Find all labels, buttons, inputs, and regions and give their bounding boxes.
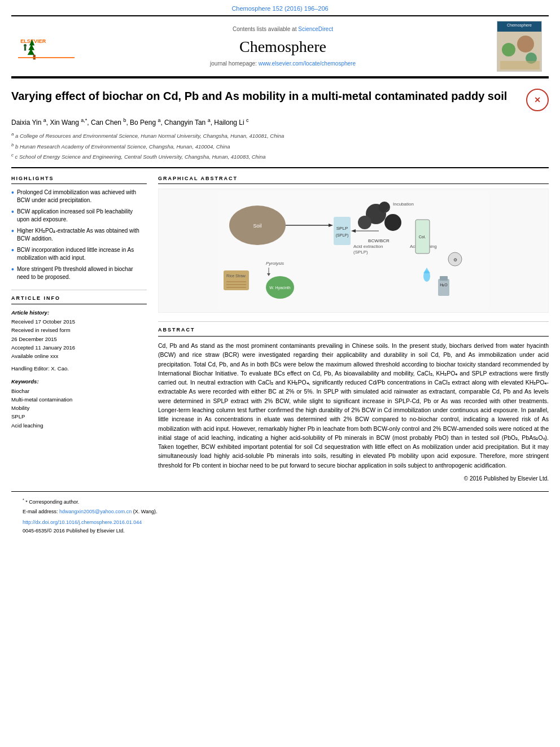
graphical-abstract-image: Soil Incubation Rice Straw [158,189,549,313]
svg-text:SPLP: SPLP [336,226,348,231]
article-title-container: Varying effect of biochar on Cd, Pb and … [11,89,518,103]
svg-text:BCW/BCR: BCW/BCR [368,238,390,243]
article-title-section: Varying effect of biochar on Cd, Pb and … [11,78,549,117]
highlight-text-1: Prolonged Cd immobilization was achieved… [17,189,147,204]
highlight-item-2: • BCW application increased soil Pb leac… [11,208,147,224]
svg-text:(SPLP): (SPLP) [336,233,349,238]
abstract-text: Cd, Pb and As stand as the most prominen… [158,341,549,470]
crossmark-symbol: ✕ [534,95,541,106]
highlights-list: • Prolonged Cd immobilization was achiev… [11,189,147,281]
revised-date: 26 December 2015 [11,335,147,343]
svg-rect-10 [497,21,542,32]
svg-point-14 [517,36,534,53]
homepage-label: journal homepage: [210,60,259,67]
footer-area: * * Corresponding author. E-mail address… [11,491,549,540]
svg-text:⚙: ⚙ [453,257,457,263]
issn-line: 0045-6535/© 2016 Published by Elsevier L… [23,527,537,535]
handling-editor-content: Handling Editor: X. Cao. [11,365,147,373]
highlight-text-2: BCW application increased soil Pb leacha… [17,208,147,224]
graphical-abstract-header: GRAPHICAL ABSTRACT [158,175,549,185]
abstract-header: ABSTRACT [158,326,549,337]
svg-text:Col.: Col. [419,235,426,239]
copyright-line: © 2016 Published by Elsevier Ltd. [158,474,549,483]
bullet-icon-4: • [11,245,14,256]
abstract-section: ABSTRACT Cd, Pb and As stand as the most… [158,326,549,483]
corresponding-text: * Corresponding author. [25,499,79,505]
email-link[interactable]: hdwangxin2005@yahoo.com.cn [59,509,132,514]
crossmark-logo: ✕ [526,89,549,111]
svg-point-23 [379,202,390,213]
svg-text:Rice Straw: Rice Straw [226,274,246,278]
sciencedirect-link[interactable]: ScienceDirect [298,26,333,32]
affiliation-b: b b Hunan Research Academy of Environmen… [11,142,549,151]
svg-text:W. Hyacinth: W. Hyacinth [269,286,290,290]
journal-title: Chemosphere [80,36,485,58]
article-title: Varying effect of biochar on Cd, Pb and … [11,89,518,103]
affiliation-b-text: b Hunan Research Academy of Environmenta… [15,143,230,150]
svg-rect-16 [500,61,540,69]
highlight-item-5: • More stringent Pb threshold allowed in… [11,265,147,281]
keywords-label: Keywords: [11,378,147,385]
svg-text:Incubation: Incubation [393,202,414,207]
keyword-3: Mobility [11,404,147,412]
history-label: Article history: [11,309,147,316]
article-history-block: Article history: Received 17 October 201… [11,309,147,361]
highlight-text-3: Higher KH₂PO₄-extractable As was obtaine… [17,227,147,243]
highlight-item-4: • BCW incorporation induced little incre… [11,246,147,262]
article-body: Varying effect of biochar on Cd, Pb and … [0,78,560,540]
svg-rect-54 [440,276,448,281]
authors-line: Daixia Yin a, Xin Wang a,*, Can Chen b, … [11,117,549,128]
bullet-icon-1: • [11,187,14,199]
journal-ref-text: Chemosphere 152 (2016) 196–206 [231,5,328,12]
doi-link[interactable]: http://dx.doi.org/10.1016/j.chemosphere.… [23,519,537,526]
graphical-abstract-svg: Soil Incubation Rice Straw [218,191,489,310]
highlights-divider [11,290,147,290]
affiliation-a-text: a College of Resources and Environmental… [15,133,284,139]
affiliation-c-text: c School of Energy Science and Engineeri… [15,154,266,160]
highlights-section: HIGHLIGHTS • Prolonged Cd immobilization… [11,175,147,282]
bullet-icon-3: • [11,226,14,237]
article-info-section: ARTICLE INFO Article history: Received 1… [11,295,147,430]
svg-point-6 [24,44,27,47]
journal-cover-image: Chemosphere [497,21,542,72]
elsevier-logo: ELSEVIER [18,27,69,66]
contents-text: Contents lists available at [233,26,296,32]
keywords-block: Keywords: Biochar Multi-metal contaminat… [11,378,147,430]
journal-header: ELSEVIER Contents lists available at Sci… [11,15,549,77]
svg-text:Acid extraction: Acid extraction [353,244,383,249]
svg-point-21 [384,214,401,231]
svg-text:Chemosphere: Chemosphere [508,25,532,29]
footer-email-line: E-mail address: hdwangxin2005@yahoo.com.… [23,508,537,516]
affiliations: a a College of Resources and Environment… [11,131,549,161]
homepage-link[interactable]: www.elsevier.com/locate/chemosphere [259,60,356,67]
svg-point-13 [502,43,515,56]
svg-point-22 [358,216,371,229]
svg-rect-8 [18,57,75,58]
svg-text:(SPLP): (SPLP) [353,250,368,255]
star-sup: * [23,498,24,502]
handling-editor-block: Handling Editor: X. Cao. [11,365,147,373]
keyword-1: Biochar [11,387,147,395]
highlight-item-3: • Higher KH₂PO₄-extractable As was obtai… [11,227,147,243]
received-revised-label: Received in revised form [11,326,147,334]
bullet-icon-2: • [11,207,14,218]
keyword-2: Multi-metal contamination [11,395,147,404]
article-info-header: ARTICLE INFO [11,295,147,304]
email-name: (X. Wang). [133,509,158,514]
history-content: Received 17 October 2015 Received in rev… [11,318,147,360]
title-section-divider [11,167,549,168]
right-column: GRAPHICAL ABSTRACT Soil [158,175,549,483]
accepted-date: Accepted 11 January 2016 [11,344,147,352]
journal-center-info: Contents lists available at ScienceDirec… [80,25,485,68]
corresponding-author-note: * * Corresponding author. [23,497,537,506]
affiliation-c: c c School of Energy Science and Enginee… [11,152,549,161]
svg-text:Soil: Soil [253,223,261,229]
graphical-abstract-section: GRAPHICAL ABSTRACT Soil [158,175,549,313]
svg-text:Pyrolysis: Pyrolysis [266,261,284,266]
svg-rect-38 [334,217,351,245]
highlight-item-1: • Prolonged Cd immobilization was achiev… [11,189,147,204]
received-date: Received 17 October 2015 [11,318,147,326]
journal-homepage: journal homepage: www.elsevier.com/locat… [80,60,485,68]
highlights-header: HIGHLIGHTS [11,175,147,185]
keywords-content: Biochar Multi-metal contamination Mobili… [11,387,147,430]
